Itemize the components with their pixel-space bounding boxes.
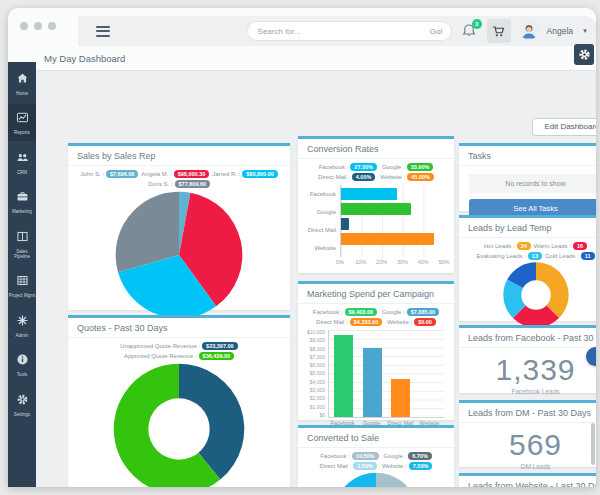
sidebar-item-label: Settings (14, 412, 30, 417)
converted-to-sale-legend: Facebook :10.50%Google :6.70%Direct Mail… (298, 448, 454, 471)
legend-item-direct-mail: Direct Mail :1.50% (320, 462, 377, 470)
legend-value-badge: 11 (581, 252, 595, 260)
sidebar-item-settings[interactable]: Settings (8, 386, 36, 422)
x-tick-label: 20% (376, 259, 387, 265)
sidebar-item-tools[interactable]: Tools (8, 346, 36, 382)
legend-item-jarred-r-: Jarred R. :$80,800.00 (212, 170, 278, 178)
widget-title: Converted to Sale (298, 428, 454, 448)
legend-value-badge: 6.70% (408, 452, 432, 460)
legend-item-unapproved-quote-revenue: Unapproved Quote Revenue :$23,397.00 (120, 342, 237, 350)
y-tick-label: $10,000 (302, 330, 328, 335)
sidebar-item-sales-pipeline[interactable]: Sales Pipeline (8, 223, 36, 265)
legend-label: Direct Mail : (316, 319, 348, 325)
legend-item-google: Google :$7,885.00 (382, 308, 439, 316)
sidebar-item-label: Tools (17, 372, 28, 377)
notification-count-badge: 3 (472, 19, 482, 29)
legend-label: Doris S. : (148, 181, 173, 187)
donut-chart (332, 471, 420, 487)
legend-item-facebook: Facebook :$9,403.00 (313, 308, 377, 316)
briefcase-icon (16, 189, 29, 207)
columns-icon (16, 229, 29, 247)
legend-label: Hot Leads : (484, 243, 515, 249)
legend-label: Website : (380, 174, 405, 180)
cart-icon (492, 25, 505, 38)
page-title: My Day Dashboard (44, 53, 125, 64)
legend-item-hot-leads: Hot Leads :24 (484, 242, 531, 250)
customize-dashboard-button[interactable] (574, 44, 594, 65)
legend-item-website: Website :45.00% (380, 173, 434, 181)
sidebar-item-crm[interactable]: CRM (8, 144, 36, 180)
sidebar-item-reports[interactable]: Reports (8, 104, 36, 140)
sidebar-item-label: Project Mgmt (9, 293, 36, 298)
y-tick-label: $5,000 (302, 371, 328, 376)
y-tick-label: $4,000 (302, 380, 328, 385)
legend-value-badge: $9,403.00 (345, 308, 377, 316)
sidebar-item-label: Home (16, 91, 28, 96)
legend-label: Evaluating Leads : (476, 253, 525, 259)
window-dot-maximize[interactable] (48, 22, 56, 30)
window-dot-minimize[interactable] (34, 22, 42, 30)
y-tick-label: $3,000 (302, 388, 328, 393)
search-input[interactable] (258, 27, 430, 36)
stat-value: 1,339 (459, 353, 596, 386)
legend-label: Direct Mail : (318, 174, 350, 180)
donut-chart (111, 361, 247, 487)
legend-item-google: Google :33.90% (382, 163, 433, 171)
sidebar-item-project-mgmt[interactable]: Project Mgmt (8, 267, 36, 303)
gear-icon (578, 48, 591, 61)
x-axis: 0%10%20%30%40%50% (340, 259, 444, 269)
page-header: My Day Dashboard (8, 46, 596, 70)
sidebar-item-marketing[interactable]: Marketing (8, 183, 36, 219)
legend-item-facebook: Facebook :10.50% (320, 452, 378, 460)
sidebar-item-label: CRM (17, 170, 27, 175)
bar-direct-mail (391, 379, 410, 417)
donut-chart (502, 261, 570, 329)
y-tick-label: $7,000 (302, 355, 328, 360)
top-navbar: Go! 3 (78, 16, 596, 46)
widget-title: Leads from Facebook - Past 30 Days (459, 328, 596, 348)
scrollbar-thumb[interactable] (591, 423, 595, 465)
search-go-button[interactable]: Go! (430, 27, 443, 36)
pie-slice-facebook (376, 473, 418, 487)
widget-marketing-spend: Marketing Spend per Campaign Facebook :$… (298, 281, 454, 420)
legend-item-website: Website :7.50% (382, 462, 433, 470)
widget-leads-from-dm: Leads from DM - Past 30 Days 569 DM Lead… (459, 400, 596, 467)
quotes-legend: Unapproved Quote Revenue :$23,397.00Appr… (68, 338, 290, 361)
sidebar-item-label: Sales Pipeline (8, 249, 36, 260)
admin-icon (16, 313, 29, 331)
legend-value-badge: 45.00% (407, 173, 434, 181)
legend-value-badge: 33.90% (407, 163, 434, 171)
cart-button[interactable] (487, 19, 511, 43)
avatar[interactable] (520, 22, 538, 40)
marketing-spend-chart: $10,000$9,000$8,000$7,000$6,000$5,000$4,… (298, 330, 454, 426)
widget-leads-by-lead-temp: Leads by Lead Temp Hot Leads :24Warm Lea… (459, 215, 596, 321)
edit-dashboard-button[interactable]: Edit Dashboard (532, 118, 596, 136)
y-tick-label: $0 (302, 413, 328, 418)
hamburger-menu-icon[interactable] (96, 26, 110, 37)
legend-label: Google : (382, 309, 405, 315)
legend-item-warm-leads: Warm Leads :16 (534, 242, 587, 250)
sidebar-item-admin[interactable]: Admin (8, 307, 36, 343)
legend-value-badge: $4,333.00 (350, 318, 382, 326)
user-menu[interactable]: Angela (547, 26, 573, 36)
dashboard-main: Edit Dashboard Help Sales by Sales Rep J… (36, 70, 596, 487)
sidebar-item-home[interactable]: Home (8, 65, 36, 101)
donut-hole (148, 398, 209, 459)
legend-item-doris-s-: Doris S. :$77,609.60 (148, 180, 210, 188)
bar-category-label: Website (304, 239, 340, 257)
y-tick-label: $6,000 (302, 363, 328, 368)
converted-to-sale-chart (298, 471, 454, 487)
notifications-button[interactable]: 3 (461, 23, 478, 40)
widget-quotes-past-30-days: Quotes - Past 30 Days Unapproved Quote R… (68, 315, 290, 487)
bar-facebook (341, 188, 397, 200)
sales-by-rep-legend: John S. :$7,696.08Angela M. :$98,000.30J… (68, 166, 290, 189)
legend-value-badge: $36,439.00 (199, 352, 235, 360)
window-dot-close[interactable] (20, 22, 28, 30)
widget-conversion-rates: Conversion Rates Facebook :27.00%Google … (298, 136, 454, 273)
search-box[interactable]: Go! (247, 21, 452, 41)
legend-value-badge: 4.00% (352, 173, 376, 181)
legend-label: Website : (382, 463, 407, 469)
legend-value-badge: $77,609.60 (175, 180, 211, 188)
y-tick-label: $2,000 (302, 396, 328, 401)
legend-label: Facebook : (319, 164, 349, 170)
